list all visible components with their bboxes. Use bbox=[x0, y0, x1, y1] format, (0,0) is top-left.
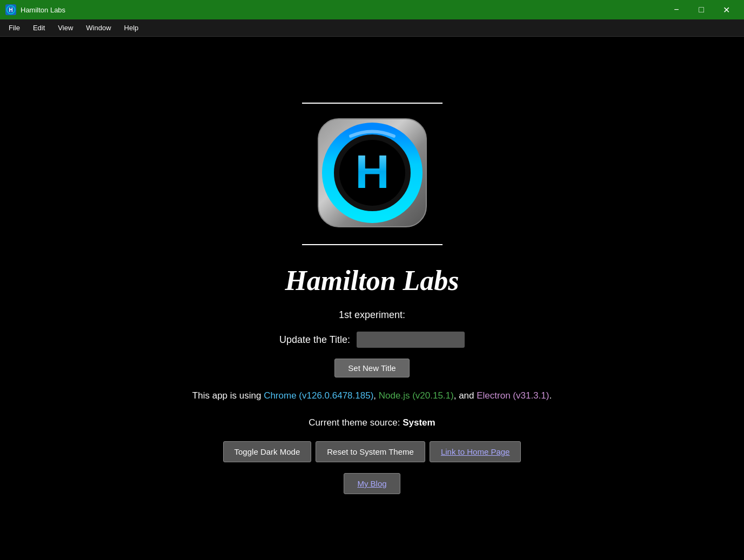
svg-text:H: H bbox=[355, 145, 390, 198]
menu-view[interactable]: View bbox=[51, 22, 79, 34]
main-content: H bbox=[0, 37, 744, 560]
close-button[interactable]: ✕ bbox=[714, 0, 739, 19]
version-text-before: This app is using bbox=[192, 390, 264, 401]
maximize-button[interactable]: □ bbox=[689, 0, 714, 19]
menu-edit[interactable]: Edit bbox=[26, 22, 51, 34]
chrome-version: Chrome (v126.0.6478.185) bbox=[264, 390, 373, 401]
minimize-button[interactable]: − bbox=[664, 0, 689, 19]
menu-window[interactable]: Window bbox=[79, 22, 117, 34]
theme-source: System bbox=[403, 417, 435, 428]
logo-line-bottom bbox=[302, 244, 443, 245]
app-title: Hamilton Labs bbox=[285, 265, 459, 296]
electron-version: Electron (v31.3.1) bbox=[477, 390, 549, 401]
menu-file[interactable]: File bbox=[2, 22, 26, 34]
update-title-label: Update the Title: bbox=[279, 334, 350, 346]
experiment-label: 1st experiment: bbox=[339, 309, 405, 321]
app-icon: H bbox=[5, 4, 16, 15]
comma1: , bbox=[373, 390, 378, 401]
blog-link-button[interactable]: My Blog bbox=[344, 473, 400, 494]
set-title-button[interactable]: Set New Title bbox=[334, 359, 409, 377]
window-controls: − □ ✕ bbox=[664, 0, 739, 19]
and-text: , and bbox=[454, 390, 477, 401]
version-info: This app is using Chrome (v126.0.6478.18… bbox=[192, 390, 552, 401]
window-title: Hamilton Labs bbox=[21, 6, 664, 14]
reset-theme-button[interactable]: Reset to System Theme bbox=[316, 441, 425, 462]
menu-bar: File Edit View Window Help bbox=[0, 19, 744, 37]
app-logo: H bbox=[307, 108, 437, 238]
title-bar: H Hamilton Labs − □ ✕ bbox=[0, 0, 744, 19]
logo-line-top bbox=[302, 103, 443, 104]
link-home-button[interactable]: Link to Home Page bbox=[430, 441, 521, 462]
title-input[interactable] bbox=[357, 332, 465, 348]
logo-container: H bbox=[307, 108, 437, 240]
logo-area: H bbox=[302, 103, 443, 245]
menu-help[interactable]: Help bbox=[118, 22, 145, 34]
theme-label: Current theme source: bbox=[309, 417, 403, 428]
svg-text:H: H bbox=[9, 7, 12, 13]
toggle-dark-mode-button[interactable]: Toggle Dark Mode bbox=[223, 441, 312, 462]
buttons-row: Toggle Dark Mode Reset to System Theme L… bbox=[223, 441, 521, 462]
period: . bbox=[549, 390, 552, 401]
theme-info: Current theme source: System bbox=[309, 417, 435, 428]
input-row: Update the Title: bbox=[279, 332, 465, 348]
nodejs-version: Node.js (v20.15.1) bbox=[379, 390, 454, 401]
